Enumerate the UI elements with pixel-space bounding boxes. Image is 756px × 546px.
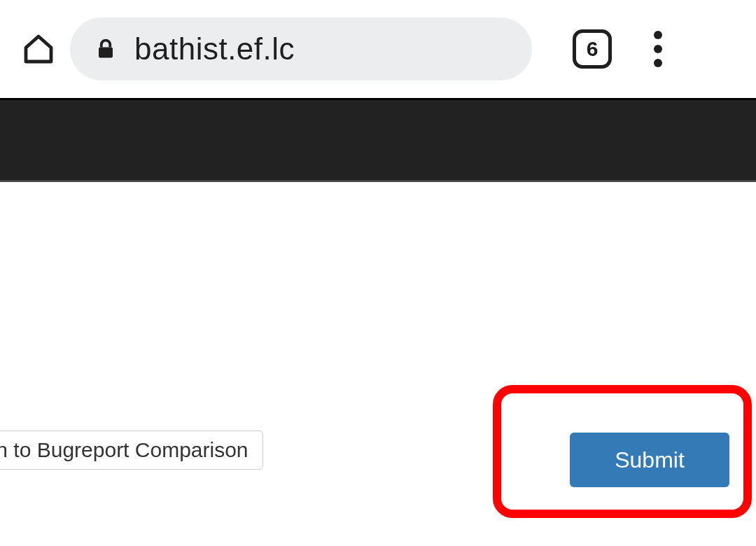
home-icon xyxy=(22,32,55,66)
menu-dot-icon xyxy=(654,45,662,53)
menu-dot-icon xyxy=(654,59,662,67)
browser-toolbar: bathist.ef.lc 6 xyxy=(0,0,756,98)
tab-count-button[interactable]: 6 xyxy=(573,29,612,69)
submit-button[interactable]: Submit xyxy=(570,433,729,487)
tab-count-value: 6 xyxy=(587,37,598,61)
lock-icon xyxy=(95,36,116,62)
url-bar[interactable]: bathist.ef.lc xyxy=(70,18,532,80)
page-header-bar xyxy=(0,98,756,182)
url-text: bathist.ef.lc xyxy=(134,31,295,66)
switch-to-bugreport-comparison-button[interactable]: tch to Bugreport Comparison xyxy=(0,430,263,470)
svg-rect-0 xyxy=(99,48,113,58)
home-button[interactable] xyxy=(20,30,57,68)
browser-menu-button[interactable] xyxy=(641,29,675,69)
menu-dot-icon xyxy=(654,31,662,39)
